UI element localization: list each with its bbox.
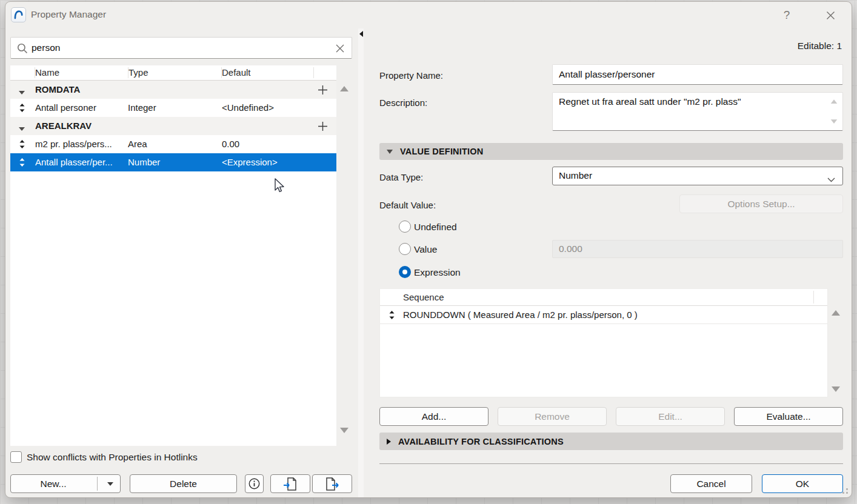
property-row-antall-plasser-selected[interactable]: Antall plasser/per... Number <Expression… — [10, 153, 336, 171]
value-input-disabled: 0.000 — [552, 240, 843, 258]
group-row-romdata[interactable]: ROMDATA — [10, 81, 336, 99]
new-button-label: New... — [40, 479, 66, 489]
editable-count: Editable: 1 — [798, 41, 842, 51]
scroll-down-icon[interactable] — [831, 119, 838, 124]
desktop-background: { "window": { "title": "Property Manager… — [0, 0, 857, 504]
reorder-handle-icon[interactable] — [19, 140, 25, 150]
data-type-label: Data Type: — [379, 172, 423, 182]
property-name-cell[interactable]: Antall plasser/per... — [35, 157, 113, 167]
resize-grip[interactable] — [839, 485, 848, 494]
property-name-cell[interactable]: Antall personer — [35, 102, 96, 113]
clear-search-icon[interactable] — [333, 42, 347, 55]
property-list-header: Name Type Default — [10, 65, 336, 81]
close-icon[interactable] — [821, 7, 839, 24]
scroll-down-icon[interactable] — [340, 428, 348, 433]
section-collapsed-icon — [387, 439, 391, 445]
info-icon — [248, 478, 260, 489]
property-type-cell[interactable]: Integer — [128, 102, 156, 113]
import-button[interactable] — [270, 474, 310, 493]
ok-button[interactable]: OK — [762, 474, 843, 493]
group-row-arealkrav[interactable]: AREALKRAV — [10, 117, 336, 135]
edit-button[interactable]: Edit... — [616, 407, 725, 426]
cancel-button[interactable]: Cancel — [670, 474, 752, 493]
delete-button[interactable]: Delete — [130, 474, 237, 493]
radio-expression-label[interactable]: Expression — [414, 267, 461, 278]
scroll-up-icon[interactable] — [340, 86, 348, 91]
scroll-up-icon[interactable] — [832, 310, 840, 316]
radio-undefined-label[interactable]: Undefined — [414, 222, 457, 233]
data-type-select[interactable]: Number — [552, 167, 843, 185]
property-row-m2-pr-plass[interactable]: m2 pr. plass/pers... Area 0.00 — [10, 135, 336, 153]
description-field[interactable]: Regnet ut fra areal satt under "m2 pr. p… — [552, 92, 843, 131]
collapse-panel-icon[interactable] — [359, 31, 363, 37]
panel-splitter[interactable] — [358, 28, 364, 497]
availability-section-header[interactable]: AVAILABILITY FOR CLASSIFICATIONS — [379, 433, 843, 450]
property-default-cell[interactable]: <Expression> — [222, 157, 278, 167]
export-icon — [325, 477, 339, 491]
new-button[interactable]: New... — [10, 474, 121, 493]
show-conflicts-checkbox[interactable] — [10, 451, 22, 463]
collapse-group-icon[interactable] — [19, 123, 25, 133]
column-header-name[interactable]: Name — [35, 67, 59, 78]
section-expanded-icon — [387, 150, 393, 154]
property-type-cell[interactable]: Number — [128, 157, 160, 167]
scroll-up-icon[interactable] — [831, 99, 838, 104]
expression-row[interactable]: ROUNDDOWN ( Measured Area / m2 pr. plass… — [380, 306, 827, 324]
search-icon — [16, 42, 28, 57]
property-default-cell[interactable]: <Undefined> — [222, 102, 274, 113]
reorder-handle-icon[interactable] — [19, 104, 25, 114]
radio-value[interactable] — [399, 243, 411, 255]
section-title: AVAILABILITY FOR CLASSIFICATIONS — [398, 437, 564, 446]
new-split-button: New... — [10, 474, 121, 493]
property-list: Name Type Default ROMDATA Antall persone… — [10, 65, 336, 446]
remove-button[interactable]: Remove — [498, 407, 607, 426]
group-name[interactable]: AREALKRAV — [35, 121, 92, 131]
data-type-value: Number — [559, 170, 592, 181]
help-button[interactable]: ? — [778, 7, 796, 24]
property-type-cell[interactable]: Area — [128, 139, 147, 149]
show-conflicts-label: Show conflicts with Properties in Hotlin… — [27, 452, 198, 463]
add-button[interactable]: Add... — [379, 407, 489, 426]
expression-text: ROUNDDOWN ( Measured Area / m2 pr. plass… — [403, 310, 638, 320]
property-manager-dialog: Property Manager ? Name — [5, 1, 852, 498]
window-title: Property Manager — [31, 9, 106, 20]
description-label: Description: — [379, 98, 427, 108]
info-button[interactable] — [245, 474, 264, 493]
sequence-header: Sequence — [380, 289, 827, 306]
search-box — [10, 37, 352, 59]
radio-undefined[interactable] — [399, 220, 411, 233]
scroll-down-icon[interactable] — [832, 386, 840, 392]
column-header-default[interactable]: Default — [222, 67, 251, 78]
property-name-input[interactable] — [552, 64, 843, 85]
property-name-label: Property Name: — [379, 70, 443, 81]
button-divider — [97, 477, 98, 491]
title-bar[interactable]: Property Manager ? — [5, 2, 852, 28]
reorder-handle-icon[interactable] — [19, 158, 25, 168]
property-row-antall-personer[interactable]: Antall personer Integer <Undefined> — [10, 99, 336, 117]
archicad-logo-icon — [11, 7, 26, 22]
description-text: Regnet ut fra areal satt under "m2 pr. p… — [559, 96, 741, 107]
property-default-cell[interactable]: 0.00 — [222, 139, 239, 149]
search-input[interactable] — [32, 40, 322, 56]
chevron-down-icon — [827, 174, 835, 185]
radio-value-label[interactable]: Value — [414, 244, 438, 255]
radio-expression-selected[interactable] — [399, 266, 411, 278]
footer-divider — [379, 463, 843, 464]
default-value-label: Default Value: — [379, 200, 436, 210]
collapse-group-icon[interactable] — [19, 87, 25, 97]
property-name-cell[interactable]: m2 pr. plass/pers... — [35, 139, 112, 149]
value-definition-section-header[interactable]: VALUE DEFINITION — [379, 143, 843, 160]
value-input-text: 0.000 — [559, 244, 582, 254]
evaluate-button[interactable]: Evaluate... — [734, 407, 843, 426]
group-name[interactable]: ROMDATA — [35, 84, 80, 94]
options-setup-button[interactable]: Options Setup... — [679, 194, 843, 213]
export-button[interactable] — [312, 474, 352, 493]
add-property-to-group-button[interactable] — [316, 119, 329, 133]
sequence-header-label: Sequence — [403, 292, 444, 302]
new-dropdown-icon[interactable] — [107, 482, 113, 486]
expression-sequence-list: Sequence ROUNDDOWN ( Measured Area / m2 … — [379, 288, 828, 397]
column-header-type[interactable]: Type — [128, 67, 148, 78]
reorder-handle-icon[interactable] — [388, 311, 395, 322]
add-property-to-group-button[interactable] — [316, 83, 329, 96]
section-title: VALUE DEFINITION — [400, 147, 483, 156]
